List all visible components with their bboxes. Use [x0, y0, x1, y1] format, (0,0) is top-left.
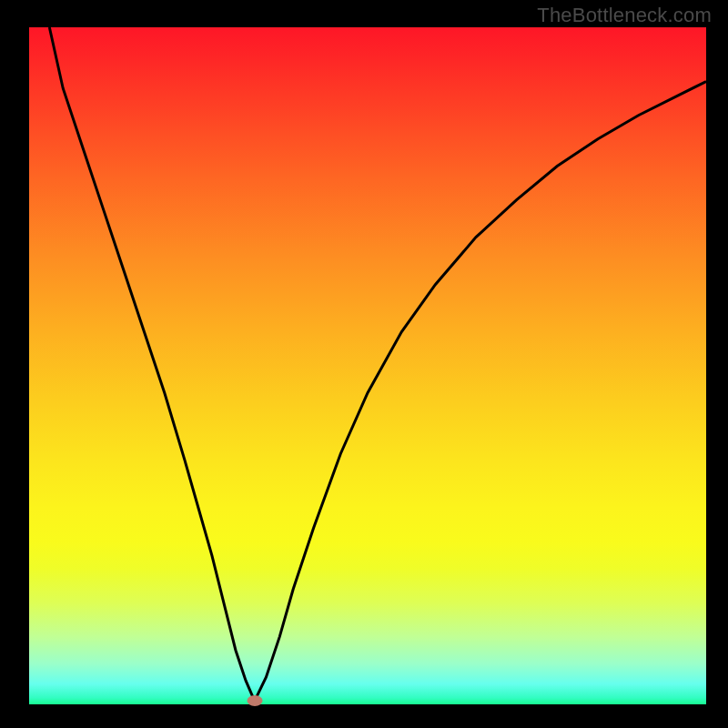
curve-svg	[29, 27, 706, 704]
chart-frame: TheBottleneck.com	[0, 0, 728, 728]
min-marker	[247, 695, 262, 706]
plot-area	[29, 27, 706, 704]
watermark-text: TheBottleneck.com	[537, 4, 712, 27]
bottleneck-curve	[49, 27, 706, 701]
